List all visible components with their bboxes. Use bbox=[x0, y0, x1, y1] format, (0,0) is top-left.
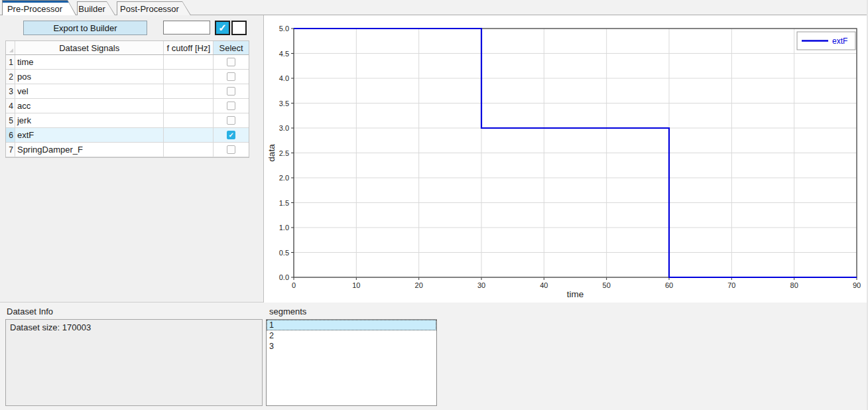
signals-table-body: 1time2pos3vel4acc5jerk6extF7SpringDamper… bbox=[6, 55, 249, 157]
f-cutoff-cell[interactable] bbox=[164, 99, 214, 113]
table-row[interactable]: 3vel bbox=[6, 84, 249, 99]
select-cell bbox=[214, 143, 249, 157]
table-row[interactable]: 4acc bbox=[6, 99, 249, 113]
app-window: Pre-Processor Builder Post-Processor Exp… bbox=[0, 0, 868, 410]
x-tick-label: 60 bbox=[665, 281, 673, 289]
table-corner-icon bbox=[9, 48, 13, 52]
segment-item[interactable]: 3 bbox=[267, 341, 436, 352]
dataset-size-text: Dataset size: 170003 bbox=[10, 322, 91, 332]
select-cell bbox=[214, 55, 249, 69]
y-axis-label: data bbox=[267, 144, 277, 162]
select-cell bbox=[214, 84, 249, 98]
f-cutoff-cell[interactable] bbox=[164, 113, 214, 127]
select-cell bbox=[214, 113, 249, 127]
x-tick-label: 50 bbox=[603, 281, 611, 289]
signal-name-cell[interactable]: time bbox=[15, 55, 164, 69]
signal-name-cell[interactable]: vel bbox=[15, 84, 164, 98]
y-tick-label: 3.5 bbox=[279, 100, 289, 107]
select-checkbox[interactable] bbox=[227, 87, 235, 96]
y-tick-label: 3.0 bbox=[279, 124, 289, 132]
segments-label: segments bbox=[269, 307, 306, 316]
y-tick-label: 0.5 bbox=[279, 249, 289, 257]
column-header-fcutoff: f cutoff [Hz] bbox=[164, 41, 214, 54]
row-number: 2 bbox=[6, 70, 15, 84]
select-checkbox[interactable] bbox=[227, 102, 235, 110]
select-checkbox-checked[interactable] bbox=[227, 131, 235, 139]
y-tick-label: 1.0 bbox=[279, 224, 289, 232]
select-checkbox[interactable] bbox=[227, 145, 235, 154]
y-tick-label: 5.0 bbox=[279, 25, 289, 33]
table-row[interactable]: 6extF bbox=[6, 128, 249, 143]
legend: extF bbox=[797, 32, 855, 50]
tab-label: Builder bbox=[78, 4, 105, 14]
table-row[interactable]: 7SpringDamper_F bbox=[6, 143, 249, 157]
tab-pre-processor[interactable]: Pre-Processor bbox=[2, 0, 76, 15]
x-tick-label: 20 bbox=[415, 281, 423, 289]
dataset-info-panel: Dataset size: 170003 bbox=[5, 319, 263, 406]
y-tick-label: 1.5 bbox=[279, 199, 289, 207]
secondary-checkbox[interactable] bbox=[231, 21, 247, 35]
table-header-row: Dataset Signals f cutoff [Hz] Select bbox=[6, 41, 249, 55]
segment-item[interactable]: 2 bbox=[267, 330, 436, 341]
signal-name-cell[interactable]: pos bbox=[15, 70, 164, 84]
signal-name-cell[interactable]: jerk bbox=[15, 113, 164, 127]
y-tick-label: 4.0 bbox=[279, 74, 289, 82]
row-number: 5 bbox=[6, 113, 15, 127]
x-tick-label: 80 bbox=[790, 281, 798, 289]
x-tick-label: 0 bbox=[292, 281, 296, 289]
table-corner-cell bbox=[6, 41, 15, 54]
table-row[interactable]: 5jerk bbox=[6, 113, 249, 128]
select-checkbox[interactable] bbox=[227, 58, 235, 66]
tab-label: Pre-Processor bbox=[7, 4, 62, 14]
f-cutoff-cell[interactable] bbox=[164, 143, 214, 157]
f-cutoff-input[interactable] bbox=[163, 21, 210, 34]
segment-item[interactable]: 1 bbox=[267, 320, 436, 330]
tab-post-processor[interactable]: Post-Processor bbox=[117, 1, 191, 15]
x-tick-label: 10 bbox=[352, 281, 360, 289]
select-checkbox[interactable] bbox=[227, 116, 235, 125]
row-number: 7 bbox=[6, 143, 15, 157]
signal-name-cell[interactable]: SpringDamper_F bbox=[15, 143, 164, 157]
segments-items: 123 bbox=[267, 320, 436, 352]
x-tick-label: 40 bbox=[540, 281, 548, 289]
pre-processor-panel: Export to Builder Dataset Signals f cuto… bbox=[0, 15, 264, 303]
export-to-builder-button[interactable]: Export to Builder bbox=[23, 21, 147, 35]
x-tick-label: 30 bbox=[477, 281, 485, 289]
dataset-signals-table: Dataset Signals f cutoff [Hz] Select 1ti… bbox=[5, 40, 249, 158]
table-row[interactable]: 1time bbox=[6, 55, 249, 70]
x-tick-label: 70 bbox=[727, 281, 735, 289]
row-number: 3 bbox=[6, 84, 15, 98]
signal-name-cell[interactable]: extF bbox=[15, 128, 164, 142]
tab-builder[interactable]: Builder bbox=[77, 1, 115, 15]
y-tick-label: 0.0 bbox=[279, 273, 289, 281]
y-tick-label: 4.5 bbox=[279, 50, 289, 58]
y-tick-label: 2.5 bbox=[279, 149, 289, 157]
f-cutoff-cell[interactable] bbox=[164, 70, 214, 84]
column-header-signals: Dataset Signals bbox=[15, 41, 164, 54]
table-row[interactable]: 2pos bbox=[6, 70, 249, 84]
select-cell bbox=[214, 99, 249, 113]
f-cutoff-cell[interactable] bbox=[164, 84, 214, 98]
dataset-info-label: Dataset Info bbox=[7, 307, 53, 316]
column-header-select: Select bbox=[214, 41, 249, 54]
select-cell bbox=[214, 70, 249, 84]
f-cutoff-cell[interactable] bbox=[164, 128, 214, 142]
y-tick-label: 2.0 bbox=[279, 174, 289, 182]
x-tick-label: 90 bbox=[853, 281, 861, 289]
f-cutoff-cell[interactable] bbox=[164, 55, 214, 69]
data-plot: 01020304050607080900.00.51.01.52.02.53.0… bbox=[264, 16, 865, 302]
tab-label: Post-Processor bbox=[120, 4, 179, 14]
segments-listbox[interactable]: 123 bbox=[266, 319, 437, 406]
row-number: 1 bbox=[6, 55, 15, 69]
signal-name-cell[interactable]: acc bbox=[15, 99, 164, 113]
x-axis-label: time bbox=[567, 289, 584, 299]
row-number: 6 bbox=[6, 128, 15, 142]
select-cell bbox=[214, 128, 249, 142]
legend-entry: extF bbox=[832, 36, 847, 46]
row-number: 4 bbox=[6, 99, 15, 113]
select-checkbox[interactable] bbox=[227, 72, 235, 81]
tab-bar: Pre-Processor Builder Post-Processor bbox=[0, 0, 867, 15]
plot-panel: 01020304050607080900.00.51.01.52.02.53.0… bbox=[264, 15, 867, 303]
filter-enable-checkbox[interactable] bbox=[215, 21, 230, 35]
